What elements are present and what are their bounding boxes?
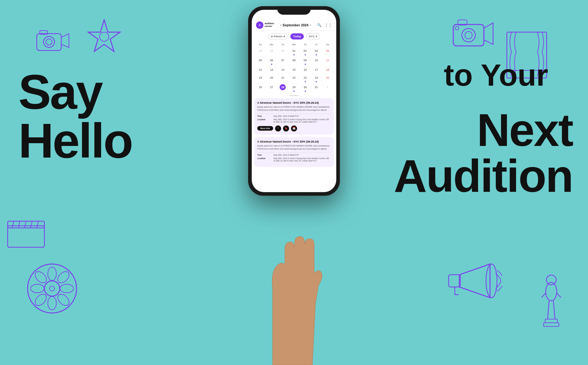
cal-day-07[interactable]: 07 <box>277 57 288 65</box>
card-1-location-label: Location <box>257 118 273 124</box>
to-your-text: to Your <box>444 58 548 92</box>
cards-section: A Streetcar Named Desire - NYC EPA (09.2… <box>252 97 336 168</box>
next-audition-text: Next Audition <box>394 107 573 199</box>
cal-day-01[interactable]: 01 <box>288 47 300 56</box>
cal-day-17[interactable]: 17 <box>311 66 322 73</box>
card-1-time-value: May 28th, 2024 9:30AM PCT <box>273 115 331 117</box>
cal-day-03[interactable]: 03 <box>311 47 322 56</box>
card-1-actions: More Info ♡ 🔖 📅 <box>257 125 331 132</box>
more-info-button-1[interactable]: More Info <box>257 126 273 131</box>
cal-day-28-today[interactable]: 28 <box>277 84 288 92</box>
cal-day-20[interactable]: 20 <box>266 74 277 83</box>
filter-bar: In Person ▾ Today NYC ▾ <box>252 31 336 42</box>
card-1-time-label: Time <box>257 115 273 117</box>
card-2-desc: Equity actors for roles in A STREETCAR N… <box>257 144 331 151</box>
phone-mockup: A audition corner ‹ September 2024 › 🔍 ⋮… <box>248 6 340 190</box>
calendar-button-1[interactable]: 📅 <box>291 125 297 132</box>
cal-day-06[interactable]: 06 <box>266 57 277 65</box>
cal-day-15[interactable]: 15 <box>288 66 300 73</box>
cal-day-1-next[interactable]: 1 <box>322 84 333 92</box>
cal-day-18[interactable]: 18 <box>322 66 333 73</box>
search-icon[interactable]: 🔍 <box>317 23 322 27</box>
card-1-title: A Streetcar Named Desire - NYC EPA (09.2… <box>257 101 331 104</box>
logo-text: audition corner <box>265 22 274 28</box>
calendar-grid: 28 29 30 01 02 03 04 05 06 07 08 09 10 1… <box>255 47 333 92</box>
cal-day-25[interactable]: 25 <box>322 74 333 83</box>
cal-day-16[interactable]: 16 <box>300 66 311 73</box>
card-1-desc: Equity actors for roles in A STREETCAR N… <box>257 106 331 112</box>
audition-card-2: A Streetcar Named Desire - NYC EPA (09.2… <box>254 137 334 167</box>
cal-day-28-prev[interactable]: 28 <box>255 47 266 56</box>
cal-day-13[interactable]: 13 <box>266 66 277 73</box>
phone-body: A audition corner ‹ September 2024 › 🔍 ⋮… <box>248 6 340 196</box>
cal-day-02[interactable]: 02 <box>300 47 311 56</box>
cal-day-09[interactable]: 09 <box>300 57 311 65</box>
cal-day-08[interactable]: 08 <box>288 57 300 65</box>
phone-notch <box>277 6 311 15</box>
cal-day-27[interactable]: 27 <box>266 84 277 92</box>
cal-day-04[interactable]: 04 <box>322 47 333 56</box>
card-2-time-label: Time <box>257 154 273 156</box>
say-text: Say Hello <box>18 67 132 165</box>
header-month: ‹ September 2024 › <box>281 23 311 27</box>
cal-day-11[interactable]: 11 <box>322 57 333 65</box>
hello-word: Hello <box>18 116 132 165</box>
card-1-location-value: May 28th, 2024 9: Actors' Equity New Yor… <box>273 118 331 124</box>
next-word: Next <box>394 107 573 153</box>
calendar: Su Mo Tu We Th Fr Sa 28 29 30 01 02 03 0… <box>252 42 336 94</box>
card-1-info: Time May 28th, 2024 9:30AM PCT Location … <box>257 114 331 124</box>
card-2-location-value: May 28th, 2024 9: Actors' Equity New Yor… <box>273 157 331 162</box>
audition-word: Audition <box>394 153 573 199</box>
cal-day-31[interactable]: 31 <box>311 84 322 92</box>
nyc-filter[interactable]: NYC ▾ <box>306 33 320 39</box>
card-2-time-value: May 28th, 2024 9:30AM PCT <box>273 154 331 156</box>
bookmark-button-1[interactable]: 🔖 <box>283 125 289 132</box>
card-2-title: A Streetcar Named Desire - NYC EPA (09.2… <box>257 140 331 143</box>
say-word: Say <box>18 67 132 116</box>
cal-day-10[interactable]: 10 <box>311 57 322 65</box>
cal-day-12[interactable]: 12 <box>255 66 266 73</box>
in-person-filter[interactable]: In Person ▾ <box>268 33 288 39</box>
cal-day-30[interactable]: 30 <box>300 84 311 92</box>
cal-day-29-prev[interactable]: 29 <box>266 47 277 56</box>
grid-icon[interactable]: ⋮⋮ <box>325 23 332 27</box>
cal-day-23[interactable]: 23 <box>300 74 311 83</box>
cal-day-22[interactable]: 22 <box>288 74 300 83</box>
card-2-location-label: Location <box>257 157 273 162</box>
audition-card-1: A Streetcar Named Desire - NYC EPA (09.2… <box>254 98 334 135</box>
cal-day-30-prev[interactable]: 30 <box>277 47 288 56</box>
header-icons: 🔍 ⋮⋮ <box>317 23 332 27</box>
cal-day-14[interactable]: 14 <box>277 66 288 73</box>
cal-day-24[interactable]: 24 <box>311 74 322 83</box>
phone-screen: A audition corner ‹ September 2024 › 🔍 ⋮… <box>252 10 336 192</box>
cal-day-26[interactable]: 26 <box>255 84 266 92</box>
today-filter[interactable]: Today <box>290 33 304 39</box>
card-2-info: Time May 28th, 2024 9:30AM PCT Location … <box>257 152 331 162</box>
cal-day-05[interactable]: 05 <box>255 57 266 65</box>
to-your-word: to Your <box>444 58 548 92</box>
logo-circle: A <box>256 21 263 29</box>
cal-day-21[interactable]: 21 <box>277 74 288 83</box>
heart-button-1[interactable]: ♡ <box>275 125 281 132</box>
calendar-header: Su Mo Tu We Th Fr Sa <box>255 43 333 46</box>
app-logo: A audition corner <box>256 21 274 29</box>
cal-day-19[interactable]: 19 <box>255 74 266 83</box>
cal-day-29[interactable]: 29 <box>288 84 300 92</box>
scroll-indicator <box>289 95 299 96</box>
